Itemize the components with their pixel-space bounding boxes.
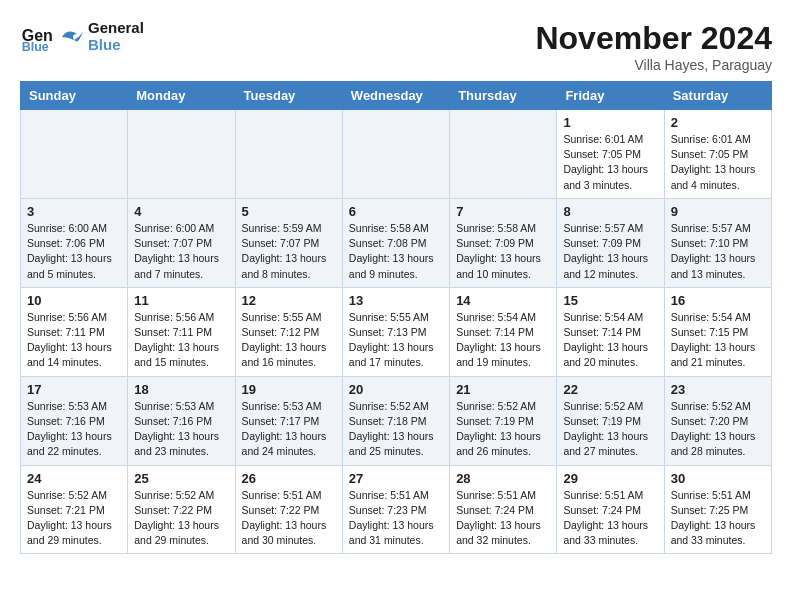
day-info: Sunrise: 5:59 AM Sunset: 7:07 PM Dayligh… bbox=[242, 221, 336, 282]
day-info: Sunrise: 5:55 AM Sunset: 7:13 PM Dayligh… bbox=[349, 310, 443, 371]
day-info: Sunrise: 5:54 AM Sunset: 7:14 PM Dayligh… bbox=[456, 310, 550, 371]
calendar-week-row: 1Sunrise: 6:01 AM Sunset: 7:05 PM Daylig… bbox=[21, 110, 772, 199]
day-number: 21 bbox=[456, 382, 550, 397]
calendar-cell: 5Sunrise: 5:59 AM Sunset: 7:07 PM Daylig… bbox=[235, 198, 342, 287]
calendar-cell: 21Sunrise: 5:52 AM Sunset: 7:19 PM Dayli… bbox=[450, 376, 557, 465]
day-number: 6 bbox=[349, 204, 443, 219]
title-block: November 2024 Villa Hayes, Paraguay bbox=[535, 20, 772, 73]
day-number: 10 bbox=[27, 293, 121, 308]
calendar-cell: 29Sunrise: 5:51 AM Sunset: 7:24 PM Dayli… bbox=[557, 465, 664, 554]
calendar-cell: 16Sunrise: 5:54 AM Sunset: 7:15 PM Dayli… bbox=[664, 287, 771, 376]
day-info: Sunrise: 5:53 AM Sunset: 7:16 PM Dayligh… bbox=[27, 399, 121, 460]
calendar-week-row: 17Sunrise: 5:53 AM Sunset: 7:16 PM Dayli… bbox=[21, 376, 772, 465]
day-number: 15 bbox=[563, 293, 657, 308]
calendar-cell: 30Sunrise: 5:51 AM Sunset: 7:25 PM Dayli… bbox=[664, 465, 771, 554]
calendar-cell bbox=[235, 110, 342, 199]
calendar-cell: 22Sunrise: 5:52 AM Sunset: 7:19 PM Dayli… bbox=[557, 376, 664, 465]
calendar-cell: 9Sunrise: 5:57 AM Sunset: 7:10 PM Daylig… bbox=[664, 198, 771, 287]
day-number: 20 bbox=[349, 382, 443, 397]
calendar-cell: 17Sunrise: 5:53 AM Sunset: 7:16 PM Dayli… bbox=[21, 376, 128, 465]
calendar-cell: 20Sunrise: 5:52 AM Sunset: 7:18 PM Dayli… bbox=[342, 376, 449, 465]
day-number: 5 bbox=[242, 204, 336, 219]
calendar-cell: 25Sunrise: 5:52 AM Sunset: 7:22 PM Dayli… bbox=[128, 465, 235, 554]
day-info: Sunrise: 5:52 AM Sunset: 7:20 PM Dayligh… bbox=[671, 399, 765, 460]
day-info: Sunrise: 5:51 AM Sunset: 7:25 PM Dayligh… bbox=[671, 488, 765, 549]
day-number: 12 bbox=[242, 293, 336, 308]
day-number: 28 bbox=[456, 471, 550, 486]
calendar-cell: 2Sunrise: 6:01 AM Sunset: 7:05 PM Daylig… bbox=[664, 110, 771, 199]
calendar-cell: 27Sunrise: 5:51 AM Sunset: 7:23 PM Dayli… bbox=[342, 465, 449, 554]
day-info: Sunrise: 5:51 AM Sunset: 7:22 PM Dayligh… bbox=[242, 488, 336, 549]
calendar-cell: 12Sunrise: 5:55 AM Sunset: 7:12 PM Dayli… bbox=[235, 287, 342, 376]
day-number: 13 bbox=[349, 293, 443, 308]
calendar-cell: 11Sunrise: 5:56 AM Sunset: 7:11 PM Dayli… bbox=[128, 287, 235, 376]
day-number: 9 bbox=[671, 204, 765, 219]
day-number: 14 bbox=[456, 293, 550, 308]
logo-blue: Blue bbox=[88, 37, 144, 54]
calendar-cell: 6Sunrise: 5:58 AM Sunset: 7:08 PM Daylig… bbox=[342, 198, 449, 287]
day-number: 1 bbox=[563, 115, 657, 130]
calendar-cell: 26Sunrise: 5:51 AM Sunset: 7:22 PM Dayli… bbox=[235, 465, 342, 554]
logo-general: General bbox=[88, 20, 144, 37]
calendar-cell bbox=[450, 110, 557, 199]
day-info: Sunrise: 5:51 AM Sunset: 7:24 PM Dayligh… bbox=[456, 488, 550, 549]
calendar-cell bbox=[128, 110, 235, 199]
calendar-cell: 14Sunrise: 5:54 AM Sunset: 7:14 PM Dayli… bbox=[450, 287, 557, 376]
day-info: Sunrise: 5:54 AM Sunset: 7:14 PM Dayligh… bbox=[563, 310, 657, 371]
calendar-cell: 18Sunrise: 5:53 AM Sunset: 7:16 PM Dayli… bbox=[128, 376, 235, 465]
calendar-cell: 24Sunrise: 5:52 AM Sunset: 7:21 PM Dayli… bbox=[21, 465, 128, 554]
weekday-header: Wednesday bbox=[342, 82, 449, 110]
day-number: 16 bbox=[671, 293, 765, 308]
day-number: 24 bbox=[27, 471, 121, 486]
day-number: 25 bbox=[134, 471, 228, 486]
day-info: Sunrise: 5:52 AM Sunset: 7:18 PM Dayligh… bbox=[349, 399, 443, 460]
calendar-week-row: 10Sunrise: 5:56 AM Sunset: 7:11 PM Dayli… bbox=[21, 287, 772, 376]
calendar-cell bbox=[21, 110, 128, 199]
day-info: Sunrise: 5:56 AM Sunset: 7:11 PM Dayligh… bbox=[27, 310, 121, 371]
page-header: General Blue General Blue November 2024 … bbox=[20, 20, 772, 73]
day-number: 22 bbox=[563, 382, 657, 397]
weekday-header: Friday bbox=[557, 82, 664, 110]
weekday-header: Sunday bbox=[21, 82, 128, 110]
calendar-table: SundayMondayTuesdayWednesdayThursdayFrid… bbox=[20, 81, 772, 554]
day-info: Sunrise: 6:01 AM Sunset: 7:05 PM Dayligh… bbox=[563, 132, 657, 193]
calendar-cell: 3Sunrise: 6:00 AM Sunset: 7:06 PM Daylig… bbox=[21, 198, 128, 287]
header-row: SundayMondayTuesdayWednesdayThursdayFrid… bbox=[21, 82, 772, 110]
calendar-week-row: 3Sunrise: 6:00 AM Sunset: 7:06 PM Daylig… bbox=[21, 198, 772, 287]
location-subtitle: Villa Hayes, Paraguay bbox=[535, 57, 772, 73]
day-info: Sunrise: 5:54 AM Sunset: 7:15 PM Dayligh… bbox=[671, 310, 765, 371]
day-number: 23 bbox=[671, 382, 765, 397]
day-info: Sunrise: 5:52 AM Sunset: 7:19 PM Dayligh… bbox=[563, 399, 657, 460]
logo-icon: General Blue bbox=[20, 21, 52, 53]
logo: General Blue General Blue bbox=[20, 20, 144, 53]
day-info: Sunrise: 5:52 AM Sunset: 7:22 PM Dayligh… bbox=[134, 488, 228, 549]
day-info: Sunrise: 5:52 AM Sunset: 7:21 PM Dayligh… bbox=[27, 488, 121, 549]
day-number: 11 bbox=[134, 293, 228, 308]
day-info: Sunrise: 5:56 AM Sunset: 7:11 PM Dayligh… bbox=[134, 310, 228, 371]
svg-text:Blue: Blue bbox=[22, 40, 49, 53]
weekday-header: Tuesday bbox=[235, 82, 342, 110]
calendar-cell: 23Sunrise: 5:52 AM Sunset: 7:20 PM Dayli… bbox=[664, 376, 771, 465]
weekday-header: Monday bbox=[128, 82, 235, 110]
calendar-cell: 8Sunrise: 5:57 AM Sunset: 7:09 PM Daylig… bbox=[557, 198, 664, 287]
month-title: November 2024 bbox=[535, 20, 772, 57]
day-number: 8 bbox=[563, 204, 657, 219]
calendar-cell: 1Sunrise: 6:01 AM Sunset: 7:05 PM Daylig… bbox=[557, 110, 664, 199]
calendar-cell: 13Sunrise: 5:55 AM Sunset: 7:13 PM Dayli… bbox=[342, 287, 449, 376]
day-number: 27 bbox=[349, 471, 443, 486]
day-info: Sunrise: 5:53 AM Sunset: 7:16 PM Dayligh… bbox=[134, 399, 228, 460]
day-info: Sunrise: 5:58 AM Sunset: 7:09 PM Dayligh… bbox=[456, 221, 550, 282]
calendar-cell: 4Sunrise: 6:00 AM Sunset: 7:07 PM Daylig… bbox=[128, 198, 235, 287]
day-number: 3 bbox=[27, 204, 121, 219]
weekday-header: Saturday bbox=[664, 82, 771, 110]
day-info: Sunrise: 6:01 AM Sunset: 7:05 PM Dayligh… bbox=[671, 132, 765, 193]
day-info: Sunrise: 5:51 AM Sunset: 7:24 PM Dayligh… bbox=[563, 488, 657, 549]
day-number: 17 bbox=[27, 382, 121, 397]
day-info: Sunrise: 6:00 AM Sunset: 7:07 PM Dayligh… bbox=[134, 221, 228, 282]
day-info: Sunrise: 5:57 AM Sunset: 7:10 PM Dayligh… bbox=[671, 221, 765, 282]
day-number: 18 bbox=[134, 382, 228, 397]
day-info: Sunrise: 5:57 AM Sunset: 7:09 PM Dayligh… bbox=[563, 221, 657, 282]
calendar-cell: 7Sunrise: 5:58 AM Sunset: 7:09 PM Daylig… bbox=[450, 198, 557, 287]
day-number: 29 bbox=[563, 471, 657, 486]
day-info: Sunrise: 6:00 AM Sunset: 7:06 PM Dayligh… bbox=[27, 221, 121, 282]
